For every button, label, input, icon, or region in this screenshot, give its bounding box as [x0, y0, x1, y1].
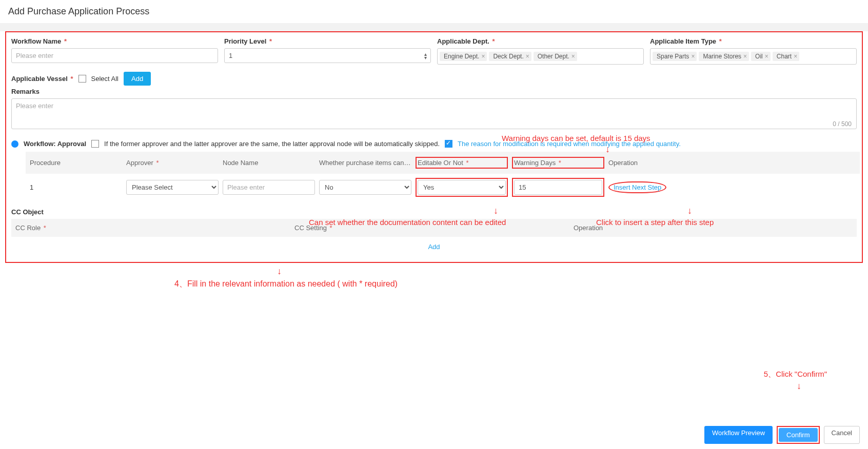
tag-remove-icon[interactable]: × [743, 53, 747, 60]
main-form-box: Workflow Name * Priority Level * ▴▾ Appl… [5, 31, 863, 263]
annotation-arrow-icon: ↓ [797, 381, 801, 392]
remarks-textarea[interactable] [11, 98, 857, 129]
dept-tag[interactable]: Engine Dept.× [440, 52, 487, 61]
page-title: Add Purchase Application Process [0, 0, 868, 23]
priority-level-select[interactable] [224, 48, 431, 63]
workflow-title: Workflow: Approval [24, 140, 86, 148]
skip-note: If the former approver and the latter ap… [104, 140, 440, 148]
skip-same-approver-checkbox[interactable] [91, 140, 99, 148]
tag-remove-icon[interactable]: × [571, 53, 575, 60]
approver-select[interactable]: Please Select [126, 180, 219, 195]
priority-level-label: Priority Level * [224, 37, 431, 45]
th-warning-days: Warning Days * [512, 157, 604, 169]
workflow-table-header: Procedure Approver * Node Name Whether p… [26, 152, 860, 174]
select-all-label: Select All [91, 75, 119, 83]
th-purchase-editable: Whether purchase items can be… [319, 159, 411, 167]
annotation-fill-info: 4、Fill in the relevant information as ne… [174, 279, 868, 290]
cell-procedure: 1 [30, 183, 122, 191]
cc-object-title: CC Object [11, 208, 860, 216]
th-editable-or-not: Editable Or Not * [416, 157, 508, 169]
th-node-name: Node Name [223, 159, 315, 167]
workflow-bullet-icon [11, 140, 18, 148]
tag-remove-icon[interactable]: × [691, 53, 695, 60]
cc-table-header: CC Role * CC Setting * Operation [11, 219, 857, 237]
item-type-tag[interactable]: Spare Parts× [653, 52, 697, 61]
tag-remove-icon[interactable]: × [794, 53, 797, 60]
warning-days-input[interactable] [514, 180, 602, 195]
tag-remove-icon[interactable]: × [526, 53, 529, 60]
item-type-tag[interactable]: Chart× [773, 52, 799, 61]
insert-next-step-link[interactable]: Insert Next Step [608, 181, 666, 193]
divider [0, 23, 868, 31]
workflow-name-input[interactable] [11, 48, 218, 63]
reason-note: The reason for modification is required … [458, 140, 681, 148]
remarks-label: Remarks [11, 88, 857, 95]
annotation-arrow-icon: ↓ [277, 266, 868, 277]
th-cc-operation: Operation [574, 224, 853, 232]
dept-tag[interactable]: Deck Dept.× [489, 52, 531, 61]
tag-remove-icon[interactable]: × [481, 53, 485, 60]
purchase-editable-select[interactable]: No [319, 180, 411, 195]
workflow-name-label: Workflow Name * [11, 37, 218, 45]
tag-remove-icon[interactable]: × [765, 53, 768, 60]
applicable-vessel-label: Applicable Vessel * [11, 75, 73, 83]
applicable-dept-label: Applicable Dept. * [437, 37, 644, 45]
reason-required-checkbox[interactable] [445, 140, 452, 148]
annotation-click-confirm: 5、Click "Confirm" [764, 370, 827, 379]
th-cc-role: CC Role * [15, 224, 294, 232]
add-vessel-button[interactable]: Add [124, 72, 151, 86]
th-approver: Approver * [126, 159, 219, 167]
applicable-item-type-label: Applicable Item Type * [650, 37, 857, 45]
workflow-table-row: 1 Please Select No Yes Insert Next Step [26, 174, 860, 201]
th-cc-setting: CC Setting * [294, 224, 574, 232]
editable-or-not-select[interactable]: Yes [418, 180, 506, 195]
applicable-dept-tags[interactable]: Engine Dept.× Deck Dept.× Other Dept.× [437, 48, 644, 65]
applicable-item-type-tags[interactable]: Spare Parts× Marine Stores× Oil× Chart× [650, 48, 857, 65]
cc-add-link[interactable]: Add [428, 243, 440, 251]
th-procedure: Procedure [30, 159, 122, 167]
dept-tag[interactable]: Other Dept.× [534, 52, 577, 61]
th-operation: Operation [608, 159, 856, 167]
item-type-tag[interactable]: Marine Stores× [699, 52, 749, 61]
select-all-checkbox[interactable] [78, 75, 86, 83]
item-type-tag[interactable]: Oil× [751, 52, 771, 61]
remarks-counter: 0 / 500 [833, 120, 852, 128]
node-name-input[interactable] [223, 180, 315, 195]
